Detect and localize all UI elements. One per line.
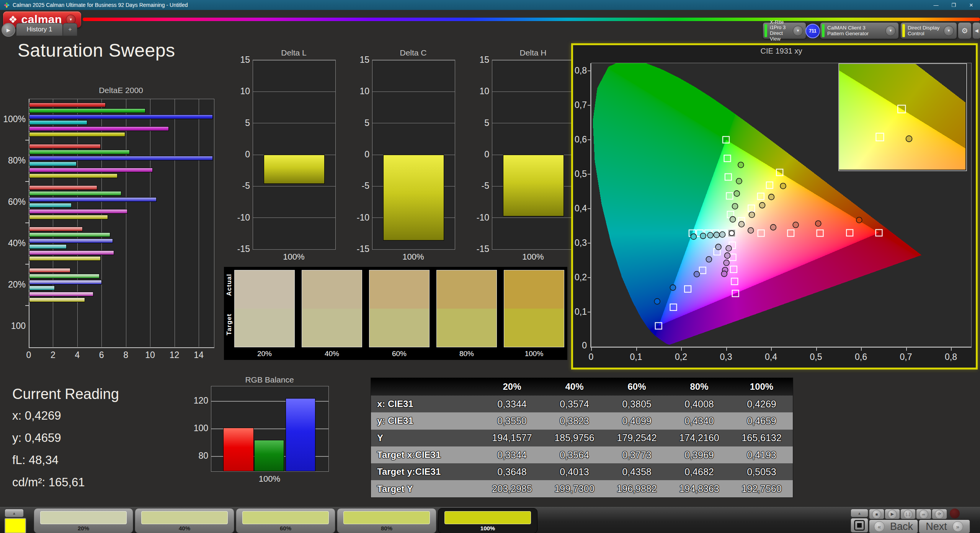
table-row: x: CIE310,33440,35740,38050,40080,4269 bbox=[371, 396, 793, 412]
y-tick-label: 0 bbox=[233, 149, 250, 160]
meter-delay-badge[interactable]: 711 bbox=[805, 24, 820, 38]
table-value-cell: 0,3823 bbox=[543, 412, 606, 429]
table-value-cell: 194,8363 bbox=[668, 480, 730, 497]
back-button[interactable]: « Back bbox=[869, 520, 918, 533]
y-tick-label: -10 bbox=[353, 213, 369, 223]
y-tick bbox=[25, 264, 29, 265]
y-tick-label: -5 bbox=[353, 181, 369, 191]
settings-button[interactable]: ⚙ bbox=[958, 22, 972, 39]
table-value-cell: 0,4358 bbox=[606, 463, 668, 480]
stop-icon: ■ bbox=[872, 510, 881, 519]
table-row: Y194,1577185,9756179,2542174,2160165,613… bbox=[371, 430, 793, 446]
y-tick-label: 80 bbox=[190, 451, 208, 461]
pattern-generator-name: CalMAN Client 3 Pattern Generator bbox=[827, 25, 883, 36]
table-value-cell: 0,3344 bbox=[481, 446, 543, 463]
pattern-button-100%[interactable]: 100% bbox=[438, 508, 537, 533]
step-icon: [‥] bbox=[903, 510, 913, 519]
gridline bbox=[492, 92, 575, 92]
x-tick-label: 12 bbox=[167, 350, 182, 360]
arrow-up-icon: ▲ bbox=[858, 511, 861, 515]
meter-select-dropdown[interactable]: X-Rite i1Pro 3 Direct View ▼ bbox=[763, 22, 806, 39]
table-row-label: y: CIE31 bbox=[371, 412, 481, 429]
y-tick-label: -5 bbox=[472, 181, 489, 191]
table-row: Target y:CIE310,36480,40130,43580,46820,… bbox=[371, 463, 793, 480]
pattern-bar: ▲ ▲ ■ ▶ [‥] ∞ ⟳ « Back Next » 20%40%60%8… bbox=[0, 507, 980, 533]
actual-swatch bbox=[436, 270, 497, 309]
pattern-button-40%[interactable]: 40% bbox=[135, 508, 234, 533]
table-value-cell: 0,4008 bbox=[668, 396, 730, 412]
pattern-window-toggle-button[interactable] bbox=[851, 518, 868, 533]
gridline bbox=[253, 60, 335, 60]
current-pattern-swatch[interactable] bbox=[5, 518, 26, 533]
collapse-panel-button[interactable]: ◀ bbox=[972, 22, 980, 39]
chevron-left-icon: ◀ bbox=[975, 28, 978, 33]
meter-name: X-Rite i1Pro 3 bbox=[770, 20, 790, 31]
y-group-label: 60% bbox=[0, 197, 26, 207]
pattern-button-label: 20% bbox=[34, 525, 133, 531]
y-tick-label: -10 bbox=[233, 213, 250, 223]
table-row-label: x: CIE31 bbox=[371, 396, 481, 412]
table-row-label: Target Y bbox=[371, 480, 481, 497]
pattern-button-label: 40% bbox=[135, 525, 234, 531]
step-button[interactable]: [‥] bbox=[900, 509, 916, 519]
table-value-cell: 165,6132 bbox=[730, 430, 793, 446]
pattern-button-swatch bbox=[343, 511, 430, 524]
pattern-generator-dropdown[interactable]: CalMAN Client 3 Pattern Generator ▼ bbox=[820, 22, 899, 39]
actual-swatch bbox=[302, 270, 362, 309]
nav-panel-up-button[interactable]: ▲ bbox=[851, 509, 868, 517]
y-tick-label: -10 bbox=[472, 213, 489, 223]
chevron-down-icon[interactable]: ▼ bbox=[793, 26, 803, 36]
y-tick-label: -15 bbox=[353, 244, 369, 254]
rgb-balance-plot bbox=[211, 386, 329, 472]
tab-history-1[interactable]: History 1 bbox=[16, 23, 63, 36]
delta_l-bar bbox=[264, 155, 325, 184]
display-control-dropdown[interactable]: Direct Display Control ▼ bbox=[900, 22, 957, 39]
x-tick-label: 8 bbox=[118, 350, 134, 360]
gridline bbox=[372, 92, 455, 92]
cie-chart-panel-selected[interactable] bbox=[571, 43, 978, 370]
y-tick-label: 10 bbox=[472, 86, 489, 96]
stop-button[interactable]: ■ bbox=[869, 509, 884, 519]
chevron-down-icon[interactable]: ▼ bbox=[885, 26, 896, 36]
pattern-button-20%[interactable]: 20% bbox=[34, 508, 133, 533]
meter-mode: Direct View bbox=[770, 31, 790, 42]
chevron-down-icon[interactable]: ▼ bbox=[944, 26, 954, 36]
gridline bbox=[372, 60, 455, 60]
x-tick-label: 14 bbox=[191, 350, 206, 360]
display-control-name: Direct Display Control bbox=[908, 25, 941, 36]
y-tick-label: 15 bbox=[472, 55, 489, 65]
workflow-arrow-button[interactable]: ▶ bbox=[2, 23, 15, 37]
table-value-cell: 0,3344 bbox=[481, 396, 543, 412]
pattern-button-80%[interactable]: 80% bbox=[337, 508, 436, 533]
minimize-icon[interactable]: — bbox=[927, 0, 945, 10]
y-tick-label: 100 bbox=[190, 423, 208, 433]
table-header-row: 20%40%60%80%100% bbox=[371, 378, 793, 396]
next-button[interactable]: Next » bbox=[919, 520, 970, 533]
delta_h-bar bbox=[503, 155, 564, 216]
swatch-compare-strip: Actual Target 20%40%60%80%100% bbox=[224, 267, 567, 360]
refresh-button[interactable]: ⟳ bbox=[932, 509, 947, 519]
y-tick-label: 0 bbox=[353, 149, 369, 160]
status-light bbox=[950, 508, 960, 518]
current-reading-title: Current Reading bbox=[12, 386, 119, 402]
table-header-cell: 100% bbox=[730, 378, 793, 396]
table-row-label: Y bbox=[371, 430, 481, 446]
pattern-button-label: 80% bbox=[337, 525, 436, 531]
pattern-button-60%[interactable]: 60% bbox=[236, 508, 335, 533]
play-button[interactable]: ▶ bbox=[885, 509, 900, 519]
table-value-cell: 0,4193 bbox=[730, 446, 793, 463]
table-value-cell: 0,4340 bbox=[668, 412, 730, 429]
delta-l-xlabel: 100% bbox=[253, 252, 335, 262]
back-chevrons-icon: « bbox=[874, 521, 885, 532]
pattern-button-swatch bbox=[444, 511, 531, 524]
pattern-panel-up-button[interactable]: ▲ bbox=[5, 509, 24, 517]
y-tick-label: -5 bbox=[233, 181, 250, 191]
loop-button[interactable]: ∞ bbox=[916, 509, 931, 519]
close-icon[interactable]: ✕ bbox=[962, 0, 980, 10]
y-group-label: 20% bbox=[0, 280, 26, 290]
maximize-icon[interactable]: ❐ bbox=[945, 0, 962, 10]
add-tab-button[interactable]: + bbox=[63, 23, 77, 36]
table-value-cell: 199,7300 bbox=[543, 480, 606, 497]
gridline bbox=[372, 123, 455, 123]
refresh-icon: ⟳ bbox=[935, 510, 944, 519]
